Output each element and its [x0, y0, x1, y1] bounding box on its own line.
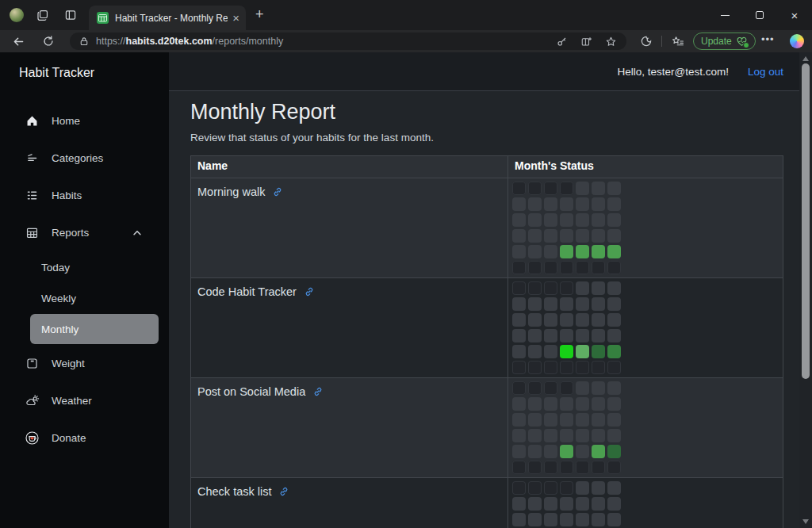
day-cell [528, 497, 542, 511]
back-icon[interactable] [11, 34, 25, 48]
day-cell [560, 281, 573, 295]
day-cell [576, 429, 589, 442]
habit-name-cell: Post on Social Media [191, 378, 508, 477]
table-row: Morning walk [191, 178, 783, 277]
donate-icon [25, 430, 40, 446]
day-cell [592, 397, 605, 411]
day-cell [576, 297, 589, 311]
day-cell [560, 297, 573, 311]
day-cell [560, 513, 573, 526]
day-cell [592, 229, 605, 243]
day-cell [607, 361, 621, 374]
day-cell [576, 261, 589, 274]
update-button[interactable]: Update [693, 33, 756, 50]
sidebar-item-weather[interactable]: Weather [0, 382, 169, 419]
day-cell [560, 497, 573, 511]
link-icon[interactable] [278, 486, 289, 497]
sidebar-item-weight[interactable]: Weight [0, 345, 169, 382]
favorite-star-icon[interactable] [605, 36, 617, 48]
page-scrollbar[interactable] [799, 52, 812, 528]
day-cell [607, 313, 621, 327]
split-screen-icon[interactable] [580, 36, 592, 48]
day-cell [592, 513, 605, 526]
minimize-icon[interactable] [707, 0, 742, 30]
day-cell [607, 481, 621, 495]
refresh-icon[interactable] [41, 34, 56, 48]
sidebar-item-label: Monthly [41, 323, 79, 335]
browser-window: Habit Tracker - Monthly Report × + × htt… [0, 0, 812, 528]
sidebar-item-habits[interactable]: Habits [0, 177, 169, 214]
lock-icon[interactable] [79, 36, 89, 46]
day-cell [528, 513, 542, 526]
sidebar-item-home[interactable]: Home [0, 102, 169, 140]
day-cell [592, 381, 605, 395]
home-icon [25, 113, 40, 128]
day-cell [560, 413, 573, 427]
day-cell [528, 297, 542, 311]
column-header-status: Month's Status [508, 156, 783, 178]
chevron-up-icon [132, 228, 143, 239]
link-icon[interactable] [312, 386, 324, 397]
month-grid [512, 182, 783, 274]
day-cell [592, 345, 605, 358]
tab-close-icon[interactable]: × [232, 12, 239, 24]
day-cell [607, 197, 621, 211]
app-area: Habit Tracker HomeCategoriesHabitsReport… [0, 52, 812, 528]
link-icon[interactable] [272, 186, 283, 197]
site-favicon [97, 12, 109, 24]
profile-avatar[interactable] [10, 8, 24, 22]
address-bar[interactable]: https://habits.d20tek.com/reports/monthl… [70, 33, 626, 50]
scrollbar-down-icon[interactable] [802, 519, 809, 524]
day-cell [512, 497, 526, 511]
day-cell [512, 329, 526, 342]
day-cell [544, 213, 557, 227]
day-cell [528, 229, 542, 243]
day-cell [560, 361, 573, 374]
day-cell [544, 429, 557, 442]
day-cell [544, 297, 557, 311]
close-icon[interactable]: × [777, 0, 812, 30]
day-cell [528, 397, 542, 411]
day-cell [528, 213, 542, 227]
maximize-icon[interactable] [742, 0, 777, 30]
day-cell [607, 213, 621, 227]
vertical-tabs-icon[interactable] [63, 8, 78, 22]
day-cell [512, 182, 526, 195]
browser-tab[interactable]: Habit Tracker - Monthly Report × [89, 6, 246, 30]
table-row: Check task list [191, 477, 783, 528]
sidebar-item-weekly[interactable]: Weekly [30, 283, 159, 313]
day-cell [512, 213, 526, 227]
habit-status-cell [508, 478, 783, 528]
day-cell [560, 461, 573, 474]
day-cell [512, 281, 526, 295]
day-cell [512, 481, 526, 495]
sidebar-item-label: Categories [52, 152, 103, 164]
day-cell [607, 497, 621, 511]
weather-icon [25, 393, 40, 408]
sidebar-item-monthly[interactable]: Monthly [30, 314, 159, 344]
sidebar-item-categories[interactable]: Categories [0, 140, 169, 177]
copilot-icon[interactable] [790, 34, 804, 48]
day-cell [592, 481, 605, 495]
key-icon[interactable] [556, 36, 568, 48]
day-cell [560, 197, 573, 211]
day-cell [544, 182, 557, 195]
sidebar-item-label: Home [52, 115, 80, 127]
scrollbar-up-icon[interactable] [802, 56, 809, 61]
sidebar-item-donate[interactable]: Donate [0, 419, 169, 457]
more-options-icon[interactable]: ••• [761, 33, 775, 45]
day-cell [544, 245, 557, 258]
new-tab-icon[interactable]: + [255, 6, 264, 23]
sidebar-item-reports[interactable]: Reports [0, 214, 169, 251]
workspaces-icon[interactable] [35, 8, 49, 22]
day-cell [576, 281, 589, 295]
day-cell [592, 182, 605, 195]
favorites-bar-icon[interactable] [671, 34, 685, 48]
scrollbar-thumb[interactable] [802, 63, 810, 379]
day-cell [576, 182, 589, 195]
browser-essentials-icon[interactable] [639, 34, 653, 48]
day-cell [576, 197, 589, 211]
link-icon[interactable] [304, 286, 315, 297]
logout-link[interactable]: Log out [748, 66, 783, 78]
sidebar-item-today[interactable]: Today [30, 252, 159, 282]
